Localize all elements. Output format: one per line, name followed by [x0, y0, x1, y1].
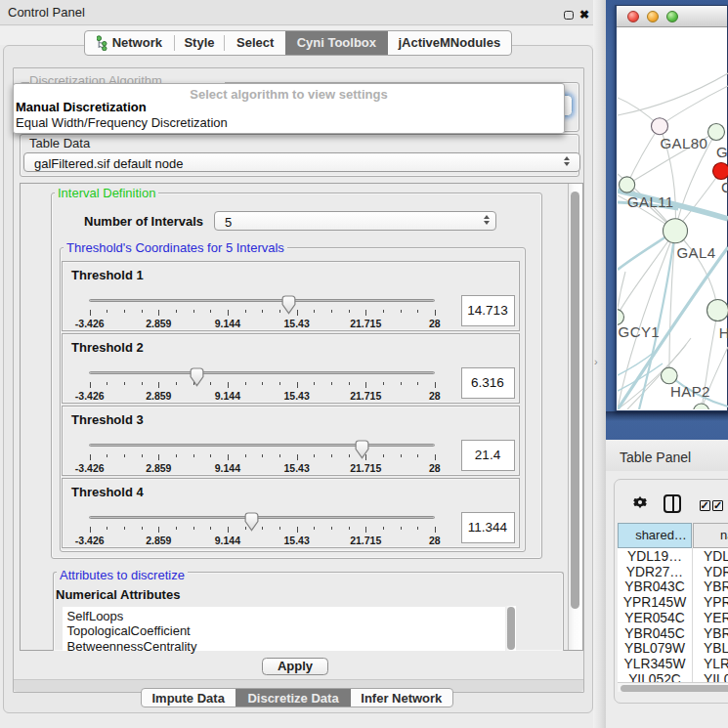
svg-text:CD: CD [721, 179, 728, 195]
svg-text:GAL11: GAL11 [627, 193, 674, 210]
svg-text:GA: GA [716, 144, 728, 160]
svg-text:GCY1: GCY1 [619, 323, 660, 340]
svg-text:GAL80: GAL80 [661, 135, 708, 151]
svg-text:HI: HI [719, 324, 728, 341]
svg-text:HAP2: HAP2 [670, 383, 710, 400]
svg-text:GAL4: GAL4 [677, 244, 716, 261]
